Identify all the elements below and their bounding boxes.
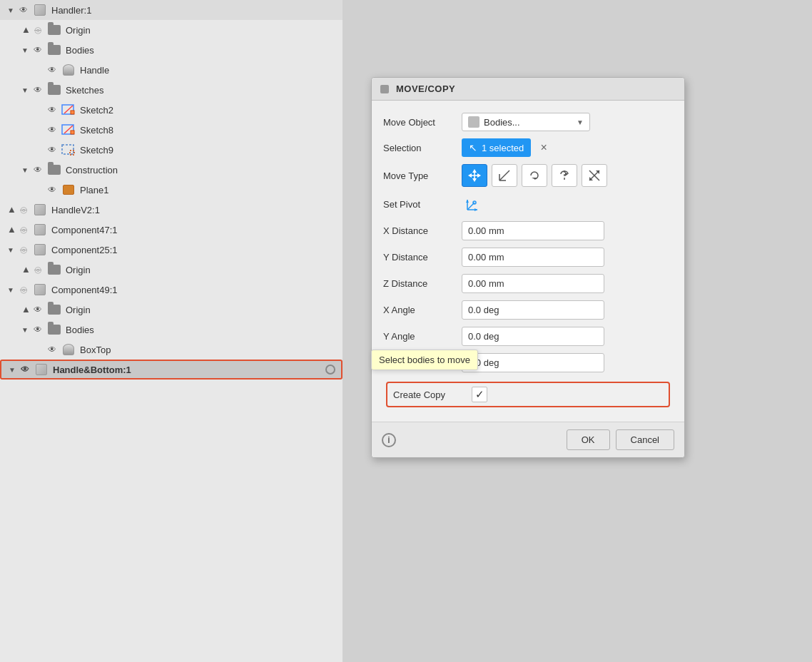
selection-button[interactable]: ↖ 1 selected [462, 138, 531, 157]
y-angle-control [462, 327, 673, 346]
label-handle: Handle [80, 65, 109, 76]
eye-boxtop[interactable]: 👁 [46, 345, 59, 355]
eye-sketches[interactable]: 👁 [31, 85, 44, 95]
eye-handlev21[interactable]: ◎ [17, 205, 30, 215]
move-type-rotate2[interactable] [552, 164, 577, 187]
tree-item-origin1[interactable]: ▶ ◎ Origin [0, 20, 342, 40]
arrow-construction: ▼ [20, 165, 30, 175]
arrow-bodies2: ▼ [20, 325, 30, 335]
eye-handle[interactable]: 👁 [46, 65, 59, 75]
icon-origin2 [47, 263, 61, 277]
x-distance-input[interactable] [462, 221, 604, 240]
tree-item-sketch8[interactable]: ▼ 👁 Sketch8 [0, 120, 342, 140]
x-distance-row: X Distance [372, 218, 684, 244]
cancel-button[interactable]: Cancel [616, 429, 674, 450]
selection-clear-button[interactable]: × [537, 141, 551, 155]
svg-line-14 [499, 170, 509, 180]
y-distance-input[interactable] [462, 248, 604, 267]
tree-item-sketches[interactable]: ▼ 👁 Sketches [0, 80, 342, 100]
move-type-translate[interactable] [462, 164, 487, 187]
arrow-component491: ▼ [6, 285, 16, 295]
tree-item-sketch2[interactable]: ▼ 👁 Sketch2 [0, 100, 342, 120]
tree-item-bodies2[interactable]: ▼ 👁 Bodies [0, 320, 342, 340]
eye-origin3[interactable]: 👁 [31, 305, 44, 315]
icon-component471 [33, 223, 47, 237]
create-copy-checkbox[interactable]: ✓ [472, 387, 487, 402]
y-angle-input[interactable] [462, 327, 604, 346]
create-copy-label: Create Copy [393, 389, 472, 400]
ok-button[interactable]: OK [567, 429, 610, 450]
dropdown-arrow-icon: ▼ [577, 118, 584, 126]
z-angle-input[interactable] [462, 353, 604, 372]
label-sketch8: Sketch8 [80, 125, 113, 136]
move-type-scale[interactable] [582, 164, 607, 187]
arrow-handlebottom: ▼ [7, 365, 17, 375]
tree-item-construction[interactable]: ▼ 👁 Construction [0, 160, 342, 180]
eye-bodies1[interactable]: 👁 [31, 45, 44, 55]
dialog-body: Move Object Bodies... ▼ Selection ↖ 1 se… [372, 101, 684, 422]
tree-item-handlev21[interactable]: ▶ ◎ HandleV2:1 [0, 200, 342, 220]
eye-origin1[interactable]: ◎ [31, 25, 44, 35]
icon-handler1 [33, 3, 47, 17]
tree-item-sketch9[interactable]: ▼ 👁 Sketch9 [0, 140, 342, 160]
eye-component251[interactable]: ◎ [17, 245, 30, 255]
tree-item-component471[interactable]: ▶ ◎ Component47:1 [0, 220, 342, 240]
tree-item-handle[interactable]: ▼ 👁 Handle [0, 60, 342, 80]
selection-row: Selection ↖ 1 selected × [372, 135, 684, 161]
eye-handlebottom[interactable]: 👁 [19, 365, 31, 375]
move-type-group [462, 164, 607, 187]
eye-bodies2[interactable]: 👁 [31, 325, 44, 335]
eye-component471[interactable]: ◎ [17, 225, 30, 235]
label-component251: Component25:1 [51, 245, 118, 255]
dropdown-value: Bodies... [484, 117, 520, 128]
selection-value: 1 selected [482, 143, 524, 153]
z-distance-label: Z Distance [383, 278, 462, 289]
icon-component251 [33, 243, 47, 257]
eye-origin2[interactable]: ◎ [31, 265, 44, 275]
label-plane1: Plane1 [80, 185, 108, 195]
eye-construction[interactable]: 👁 [31, 165, 44, 175]
tree-item-handlebottom[interactable]: ▼ 👁 Handle&Bottom:1 [0, 360, 342, 380]
label-handler1: Handler:1 [51, 5, 91, 16]
label-component471: Component47:1 [51, 225, 118, 235]
x-angle-label: X Angle [383, 305, 462, 315]
move-type-freeform[interactable] [492, 164, 517, 187]
x-angle-input[interactable] [462, 300, 604, 320]
eye-component491[interactable]: ◎ [17, 285, 30, 295]
label-sketches: Sketches [66, 85, 103, 96]
icon-origin3 [47, 302, 61, 317]
svg-rect-2 [71, 111, 74, 114]
move-object-label: Move Object [383, 117, 462, 128]
move-type-label: Move Type [383, 170, 462, 181]
move-object-dropdown[interactable]: Bodies... ▼ [462, 113, 590, 131]
info-icon[interactable]: i [382, 433, 396, 447]
dialog-minimize-btn[interactable] [380, 85, 389, 93]
tree-panel: ▼ 👁 Handler:1 ▶ ◎ Origin ▼ 👁 Bodies ▼ 👁 … [0, 0, 342, 662]
eye-handler1[interactable]: 👁 [17, 5, 30, 15]
create-copy-row: Create Copy ✓ [386, 382, 670, 407]
move-type-row: Move Type [372, 161, 684, 190]
z-distance-input[interactable] [462, 274, 604, 293]
set-pivot-button[interactable] [462, 194, 484, 214]
tree-item-origin2[interactable]: ▶ ◎ Origin [0, 260, 342, 280]
eye-plane1[interactable]: 👁 [46, 185, 59, 195]
eye-sketch2[interactable]: 👁 [46, 105, 59, 115]
tree-item-handler1[interactable]: ▼ 👁 Handler:1 [0, 0, 342, 20]
tree-item-component491[interactable]: ▼ ◎ Component49:1 [0, 280, 342, 300]
tree-item-component251[interactable]: ▼ ◎ Component25:1 [0, 240, 342, 260]
tree-item-plane1[interactable]: ▼ 👁 Plane1 [0, 180, 342, 200]
label-boxtop: BoxTop [80, 345, 111, 355]
icon-component491 [33, 282, 47, 297]
tree-item-bodies1[interactable]: ▼ 👁 Bodies [0, 40, 342, 60]
move-type-rotate[interactable] [522, 164, 547, 187]
y-distance-control [462, 248, 673, 267]
eye-sketch9[interactable]: 👁 [46, 145, 59, 155]
move-object-row: Move Object Bodies... ▼ [372, 109, 684, 135]
move-object-control: Bodies... ▼ [462, 113, 673, 131]
tooltip: Select bodies to move [371, 350, 478, 370]
tree-item-origin3[interactable]: ▶ 👁 Origin [0, 300, 342, 320]
icon-sketch2 [61, 103, 76, 117]
dialog-title: MOVE/COPY [396, 83, 455, 94]
eye-sketch8[interactable]: 👁 [46, 125, 59, 135]
tree-item-boxtop[interactable]: ▼ 👁 BoxTop [0, 340, 342, 360]
